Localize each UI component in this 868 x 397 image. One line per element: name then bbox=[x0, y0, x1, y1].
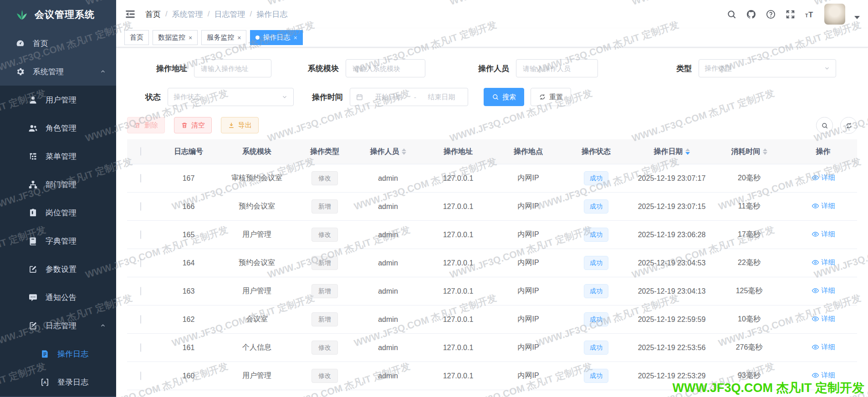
sidebar-fold-icon[interactable] bbox=[124, 8, 136, 20]
row-select-cell bbox=[127, 305, 154, 334]
refresh-table-button[interactable] bbox=[840, 117, 857, 134]
module-cell: 个人信息 bbox=[223, 334, 291, 362]
avatar[interactable] bbox=[824, 4, 845, 25]
edit-icon bbox=[28, 265, 38, 274]
clear-button-label: 清空 bbox=[191, 121, 205, 130]
close-icon[interactable]: × bbox=[189, 35, 192, 41]
location-cell: 内网IP bbox=[499, 164, 558, 193]
calendar-icon bbox=[356, 93, 363, 101]
toggle-search-button[interactable] bbox=[816, 117, 833, 134]
sidebar-item-登录日志[interactable]: A登录日志 bbox=[0, 368, 116, 396]
operation-address-input[interactable] bbox=[194, 59, 271, 77]
column-header-label: 操作人员 bbox=[370, 147, 399, 157]
log-table: 日志编号系统模块操作类型操作人员操作地址操作地点操作状态操作日期消耗时间操作 1… bbox=[127, 139, 857, 397]
close-icon[interactable]: × bbox=[237, 35, 241, 41]
close-icon[interactable]: × bbox=[293, 35, 297, 41]
date-cell: 2025-12-19 23:04:53 bbox=[634, 249, 709, 277]
sidebar-item-通知公告[interactable]: 通知公告 bbox=[0, 283, 116, 311]
row-checkbox[interactable] bbox=[140, 315, 141, 324]
clear-button[interactable]: 清空 bbox=[174, 117, 212, 133]
system-module-input[interactable] bbox=[346, 59, 425, 77]
sidebar-item-首页[interactable]: 首页 bbox=[0, 29, 116, 57]
status-cell: 成功 bbox=[558, 305, 634, 334]
detail-link[interactable]: 详细 bbox=[812, 343, 835, 351]
breadcrumb-item[interactable]: 首页 bbox=[145, 9, 161, 20]
column-header-label: 操作 bbox=[816, 147, 831, 157]
row-checkbox[interactable] bbox=[140, 343, 141, 352]
row-checkbox[interactable] bbox=[140, 174, 141, 183]
svg-text:T: T bbox=[808, 10, 813, 19]
location-cell: 内网IP bbox=[499, 362, 558, 390]
tab-数据监控[interactable]: 数据监控× bbox=[153, 30, 198, 45]
detail-link[interactable]: 详细 bbox=[812, 230, 835, 239]
fullscreen-icon[interactable] bbox=[785, 9, 796, 20]
detail-link[interactable]: 详细 bbox=[812, 315, 835, 323]
date-range-picker[interactable]: 开始日期 - 结束日期 bbox=[350, 88, 468, 106]
reset-button[interactable]: 重置 bbox=[531, 88, 571, 106]
operator-input[interactable] bbox=[516, 59, 598, 77]
address-cell: 127.0.0.1 bbox=[418, 164, 499, 193]
sidebar-item-系统管理[interactable]: 系统管理 bbox=[0, 57, 116, 86]
detail-link[interactable]: 详细 bbox=[812, 286, 835, 295]
log-id-cell: 167 bbox=[154, 164, 223, 193]
sidebar-item-岗位管理[interactable]: 岗位管理 bbox=[0, 198, 116, 227]
type-select[interactable]: 操作类型 bbox=[699, 59, 836, 77]
sidebar-item-日志管理[interactable]: 日志管理 bbox=[0, 311, 116, 340]
sidebar-item-操作日志[interactable]: 操作日志 bbox=[0, 340, 116, 368]
table-row: 166预约会议室新增admin127.0.0.1内网IP成功2025-12-19… bbox=[127, 193, 857, 221]
export-button[interactable]: 导出 bbox=[221, 117, 259, 133]
dashboard-icon bbox=[15, 39, 25, 48]
sort-icon[interactable] bbox=[763, 148, 767, 155]
module-cell: 预约会议室 bbox=[223, 193, 291, 221]
row-checkbox[interactable] bbox=[140, 202, 141, 211]
sidebar-item-菜单管理[interactable]: 菜单管理 bbox=[0, 142, 116, 170]
column-header-label: 操作日期 bbox=[654, 147, 683, 157]
detail-link[interactable]: 详细 bbox=[812, 173, 835, 182]
delete-button[interactable]: 删除 bbox=[127, 117, 165, 133]
date-cell bbox=[634, 390, 709, 397]
caret-down-icon[interactable] bbox=[854, 16, 860, 19]
detail-link[interactable]: 详细 bbox=[812, 258, 835, 267]
sort-icon[interactable] bbox=[402, 148, 406, 155]
github-icon[interactable] bbox=[746, 9, 756, 20]
search-icon bbox=[492, 93, 499, 101]
detail-link[interactable]: 详细 bbox=[812, 371, 835, 380]
column-header-label: 操作状态 bbox=[582, 147, 611, 157]
type-cell: 新增 bbox=[291, 277, 358, 305]
row-checkbox[interactable] bbox=[140, 230, 141, 239]
sort-icon[interactable] bbox=[685, 148, 690, 155]
sidebar-item-参数设置[interactable]: 参数设置 bbox=[0, 255, 116, 283]
column-header-消耗时间: 消耗时间 bbox=[709, 139, 789, 164]
tab-服务监控[interactable]: 服务监控× bbox=[201, 30, 246, 45]
navbar-actions: TT bbox=[726, 4, 868, 25]
row-checkbox[interactable] bbox=[140, 259, 141, 267]
action-cell: 详细 bbox=[789, 277, 857, 305]
detail-link[interactable]: 详细 bbox=[812, 202, 835, 210]
sidebar-item-角色管理[interactable]: 角色管理 bbox=[0, 114, 116, 142]
sidebar-item-字典管理[interactable]: 字典管理 bbox=[0, 227, 116, 255]
main-content: 操作地址 系统模块 操作人员 类型 操作类型 状态 操作状态 bbox=[116, 47, 868, 397]
detail-link-label: 详细 bbox=[822, 315, 835, 323]
row-checkbox[interactable] bbox=[140, 372, 141, 380]
status-select[interactable]: 操作状态 bbox=[168, 88, 294, 106]
action-cell: 详细 bbox=[789, 164, 857, 193]
tab-操作日志[interactable]: 操作日志× bbox=[250, 30, 302, 45]
row-select-cell bbox=[127, 362, 154, 390]
tab-首页[interactable]: 首页 bbox=[124, 30, 149, 45]
svg-text:A: A bbox=[43, 380, 46, 385]
select-all-checkbox[interactable] bbox=[140, 147, 141, 156]
address-cell bbox=[418, 390, 499, 397]
column-header-系统模块: 系统模块 bbox=[223, 139, 291, 164]
gear-icon bbox=[15, 67, 25, 76]
font-size-icon[interactable]: TT bbox=[805, 9, 815, 20]
search-icon[interactable] bbox=[726, 9, 737, 20]
question-icon[interactable] bbox=[766, 9, 776, 20]
search-button[interactable]: 搜索 bbox=[484, 88, 524, 106]
search-button-label: 搜索 bbox=[502, 93, 516, 102]
sidebar-item-部门管理[interactable]: 部门管理 bbox=[0, 170, 116, 198]
cost-cell: 22毫秒 bbox=[709, 249, 789, 277]
sidebar-item-用户管理[interactable]: 用户管理 bbox=[0, 86, 116, 114]
app-logo[interactable]: 会议管理系统 bbox=[0, 0, 116, 29]
date-cell: 2025-12-19 22:53:29 bbox=[634, 362, 709, 390]
row-checkbox[interactable] bbox=[140, 287, 141, 295]
